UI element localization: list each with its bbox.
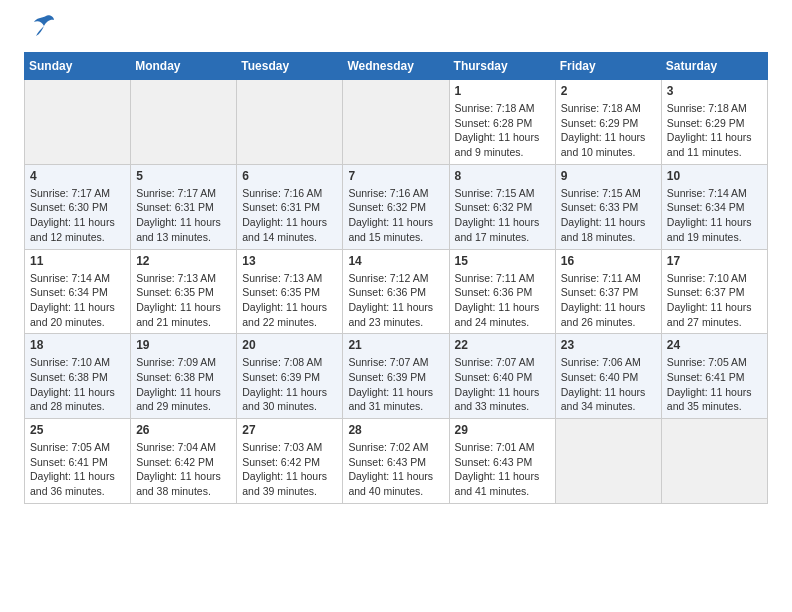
- day-number: 15: [455, 254, 550, 268]
- day-number: 7: [348, 169, 443, 183]
- day-info: Sunrise: 7:05 AM Sunset: 6:41 PM Dayligh…: [667, 355, 762, 414]
- calendar-cell: [25, 80, 131, 165]
- day-number: 10: [667, 169, 762, 183]
- day-info: Sunrise: 7:01 AM Sunset: 6:43 PM Dayligh…: [455, 440, 550, 499]
- calendar-week-row: 4Sunrise: 7:17 AM Sunset: 6:30 PM Daylig…: [25, 164, 768, 249]
- calendar-week-row: 18Sunrise: 7:10 AM Sunset: 6:38 PM Dayli…: [25, 334, 768, 419]
- day-info: Sunrise: 7:17 AM Sunset: 6:30 PM Dayligh…: [30, 186, 125, 245]
- logo: [24, 24, 56, 42]
- day-number: 26: [136, 423, 231, 437]
- calendar-cell: 26Sunrise: 7:04 AM Sunset: 6:42 PM Dayli…: [131, 419, 237, 504]
- calendar-cell: 22Sunrise: 7:07 AM Sunset: 6:40 PM Dayli…: [449, 334, 555, 419]
- day-number: 20: [242, 338, 337, 352]
- days-of-week-row: SundayMondayTuesdayWednesdayThursdayFrid…: [25, 53, 768, 80]
- day-number: 9: [561, 169, 656, 183]
- day-info: Sunrise: 7:04 AM Sunset: 6:42 PM Dayligh…: [136, 440, 231, 499]
- day-number: 28: [348, 423, 443, 437]
- calendar-cell: 2Sunrise: 7:18 AM Sunset: 6:29 PM Daylig…: [555, 80, 661, 165]
- day-info: Sunrise: 7:06 AM Sunset: 6:40 PM Dayligh…: [561, 355, 656, 414]
- calendar-cell: [555, 419, 661, 504]
- calendar-cell: 24Sunrise: 7:05 AM Sunset: 6:41 PM Dayli…: [661, 334, 767, 419]
- day-info: Sunrise: 7:18 AM Sunset: 6:29 PM Dayligh…: [561, 101, 656, 160]
- calendar-cell: 16Sunrise: 7:11 AM Sunset: 6:37 PM Dayli…: [555, 249, 661, 334]
- calendar-cell: 23Sunrise: 7:06 AM Sunset: 6:40 PM Dayli…: [555, 334, 661, 419]
- day-of-week-header: Monday: [131, 53, 237, 80]
- calendar-week-row: 1Sunrise: 7:18 AM Sunset: 6:28 PM Daylig…: [25, 80, 768, 165]
- calendar-cell: 9Sunrise: 7:15 AM Sunset: 6:33 PM Daylig…: [555, 164, 661, 249]
- day-of-week-header: Friday: [555, 53, 661, 80]
- day-number: 27: [242, 423, 337, 437]
- day-number: 8: [455, 169, 550, 183]
- day-number: 12: [136, 254, 231, 268]
- calendar-cell: 4Sunrise: 7:17 AM Sunset: 6:30 PM Daylig…: [25, 164, 131, 249]
- day-info: Sunrise: 7:13 AM Sunset: 6:35 PM Dayligh…: [136, 271, 231, 330]
- day-number: 14: [348, 254, 443, 268]
- calendar-cell: 14Sunrise: 7:12 AM Sunset: 6:36 PM Dayli…: [343, 249, 449, 334]
- calendar-week-row: 25Sunrise: 7:05 AM Sunset: 6:41 PM Dayli…: [25, 419, 768, 504]
- calendar-cell: 10Sunrise: 7:14 AM Sunset: 6:34 PM Dayli…: [661, 164, 767, 249]
- day-number: 5: [136, 169, 231, 183]
- calendar-cell: 28Sunrise: 7:02 AM Sunset: 6:43 PM Dayli…: [343, 419, 449, 504]
- day-info: Sunrise: 7:10 AM Sunset: 6:37 PM Dayligh…: [667, 271, 762, 330]
- day-info: Sunrise: 7:05 AM Sunset: 6:41 PM Dayligh…: [30, 440, 125, 499]
- day-number: 22: [455, 338, 550, 352]
- calendar-table: SundayMondayTuesdayWednesdayThursdayFrid…: [24, 52, 768, 504]
- day-number: 17: [667, 254, 762, 268]
- calendar-cell: 19Sunrise: 7:09 AM Sunset: 6:38 PM Dayli…: [131, 334, 237, 419]
- day-number: 24: [667, 338, 762, 352]
- day-info: Sunrise: 7:11 AM Sunset: 6:37 PM Dayligh…: [561, 271, 656, 330]
- day-number: 11: [30, 254, 125, 268]
- calendar-cell: [661, 419, 767, 504]
- calendar-cell: 25Sunrise: 7:05 AM Sunset: 6:41 PM Dayli…: [25, 419, 131, 504]
- day-info: Sunrise: 7:13 AM Sunset: 6:35 PM Dayligh…: [242, 271, 337, 330]
- day-info: Sunrise: 7:07 AM Sunset: 6:40 PM Dayligh…: [455, 355, 550, 414]
- day-number: 13: [242, 254, 337, 268]
- calendar-cell: [131, 80, 237, 165]
- day-info: Sunrise: 7:08 AM Sunset: 6:39 PM Dayligh…: [242, 355, 337, 414]
- calendar-cell: [237, 80, 343, 165]
- calendar-cell: 3Sunrise: 7:18 AM Sunset: 6:29 PM Daylig…: [661, 80, 767, 165]
- day-info: Sunrise: 7:16 AM Sunset: 6:31 PM Dayligh…: [242, 186, 337, 245]
- day-of-week-header: Tuesday: [237, 53, 343, 80]
- day-number: 25: [30, 423, 125, 437]
- day-number: 29: [455, 423, 550, 437]
- day-number: 16: [561, 254, 656, 268]
- calendar-cell: 1Sunrise: 7:18 AM Sunset: 6:28 PM Daylig…: [449, 80, 555, 165]
- calendar-cell: 8Sunrise: 7:15 AM Sunset: 6:32 PM Daylig…: [449, 164, 555, 249]
- calendar-cell: [343, 80, 449, 165]
- calendar-cell: 6Sunrise: 7:16 AM Sunset: 6:31 PM Daylig…: [237, 164, 343, 249]
- day-info: Sunrise: 7:07 AM Sunset: 6:39 PM Dayligh…: [348, 355, 443, 414]
- day-info: Sunrise: 7:15 AM Sunset: 6:32 PM Dayligh…: [455, 186, 550, 245]
- day-number: 1: [455, 84, 550, 98]
- calendar-cell: 27Sunrise: 7:03 AM Sunset: 6:42 PM Dayli…: [237, 419, 343, 504]
- calendar-cell: 17Sunrise: 7:10 AM Sunset: 6:37 PM Dayli…: [661, 249, 767, 334]
- calendar-cell: 29Sunrise: 7:01 AM Sunset: 6:43 PM Dayli…: [449, 419, 555, 504]
- day-number: 2: [561, 84, 656, 98]
- day-of-week-header: Saturday: [661, 53, 767, 80]
- calendar-cell: 18Sunrise: 7:10 AM Sunset: 6:38 PM Dayli…: [25, 334, 131, 419]
- day-info: Sunrise: 7:15 AM Sunset: 6:33 PM Dayligh…: [561, 186, 656, 245]
- day-number: 3: [667, 84, 762, 98]
- day-info: Sunrise: 7:12 AM Sunset: 6:36 PM Dayligh…: [348, 271, 443, 330]
- calendar-cell: 12Sunrise: 7:13 AM Sunset: 6:35 PM Dayli…: [131, 249, 237, 334]
- day-info: Sunrise: 7:03 AM Sunset: 6:42 PM Dayligh…: [242, 440, 337, 499]
- day-info: Sunrise: 7:18 AM Sunset: 6:29 PM Dayligh…: [667, 101, 762, 160]
- day-info: Sunrise: 7:14 AM Sunset: 6:34 PM Dayligh…: [667, 186, 762, 245]
- calendar-body: 1Sunrise: 7:18 AM Sunset: 6:28 PM Daylig…: [25, 80, 768, 504]
- page-header: [24, 20, 768, 42]
- calendar-week-row: 11Sunrise: 7:14 AM Sunset: 6:34 PM Dayli…: [25, 249, 768, 334]
- calendar-cell: 20Sunrise: 7:08 AM Sunset: 6:39 PM Dayli…: [237, 334, 343, 419]
- day-info: Sunrise: 7:09 AM Sunset: 6:38 PM Dayligh…: [136, 355, 231, 414]
- calendar-cell: 13Sunrise: 7:13 AM Sunset: 6:35 PM Dayli…: [237, 249, 343, 334]
- day-info: Sunrise: 7:18 AM Sunset: 6:28 PM Dayligh…: [455, 101, 550, 160]
- calendar-cell: 7Sunrise: 7:16 AM Sunset: 6:32 PM Daylig…: [343, 164, 449, 249]
- calendar-header: SundayMondayTuesdayWednesdayThursdayFrid…: [25, 53, 768, 80]
- calendar-cell: 15Sunrise: 7:11 AM Sunset: 6:36 PM Dayli…: [449, 249, 555, 334]
- day-number: 6: [242, 169, 337, 183]
- day-number: 21: [348, 338, 443, 352]
- day-number: 18: [30, 338, 125, 352]
- day-number: 23: [561, 338, 656, 352]
- day-number: 19: [136, 338, 231, 352]
- day-of-week-header: Thursday: [449, 53, 555, 80]
- day-info: Sunrise: 7:17 AM Sunset: 6:31 PM Dayligh…: [136, 186, 231, 245]
